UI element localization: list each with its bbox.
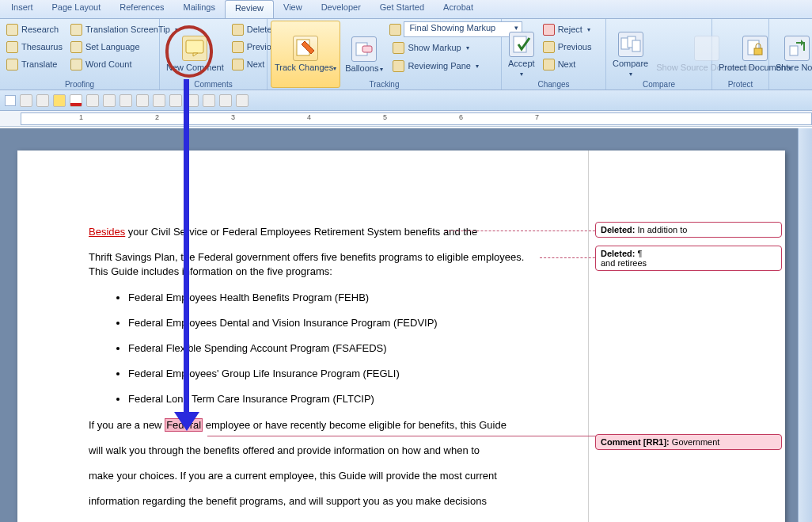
- qat-icon[interactable]: [153, 94, 165, 107]
- track-changes-icon: [293, 36, 318, 61]
- tab-mailings[interactable]: Mailings: [174, 0, 225, 18]
- svg-rect-9: [754, 48, 762, 55]
- tab-insert[interactable]: Insert: [2, 0, 43, 18]
- next-change-icon: [543, 59, 555, 70]
- balloon-comment[interactable]: Comment [RR1]: Government: [595, 434, 782, 450]
- tab-references[interactable]: References: [110, 0, 173, 18]
- group-compare: Compare▾ Show Source Documents▾ Compare: [606, 19, 712, 90]
- reviewing-pane-icon: [393, 60, 404, 72]
- next-change-button[interactable]: Next: [540, 55, 595, 73]
- word-count-icon: [70, 59, 82, 70]
- tab-developer[interactable]: Developer: [312, 0, 370, 18]
- research-icon: [6, 24, 18, 36]
- tab-page-layout[interactable]: Page Layout: [43, 0, 111, 18]
- thesaurus-icon: [6, 41, 18, 53]
- list-item: Federal Flexible Spending Account Progra…: [128, 341, 532, 356]
- group-changes: Accept▾ Reject▾ Previous Next Changes: [502, 19, 606, 90]
- accept-icon: [509, 32, 534, 57]
- undo-icon[interactable]: [20, 94, 32, 107]
- thesaurus-button[interactable]: Thesaurus: [3, 38, 66, 55]
- qat-icon[interactable]: [120, 94, 132, 107]
- list-item: Federal Employees Health Benefits Progra…: [128, 291, 532, 305]
- tab-get-started[interactable]: Get Started: [370, 0, 434, 18]
- translate-icon: [6, 59, 18, 70]
- commented-range[interactable]: Federal: [165, 418, 203, 432]
- svg-rect-7: [632, 40, 640, 51]
- delete-icon: [232, 24, 244, 36]
- inserted-text: Besides: [89, 226, 125, 238]
- show-markup-icon: [393, 42, 404, 54]
- share-now-button[interactable]: Share Now: [772, 21, 812, 88]
- group-label: Changes: [502, 80, 605, 89]
- qat-handle[interactable]: [5, 95, 16, 106]
- tab-acrobat[interactable]: Acrobat: [434, 0, 483, 18]
- list-item: Federal Employees' Group Life Insurance …: [128, 367, 532, 381]
- compare-button[interactable]: Compare▾: [609, 21, 651, 88]
- tab-review[interactable]: Review: [225, 0, 274, 18]
- spellcheck-icon[interactable]: [236, 94, 249, 107]
- research-button[interactable]: Research: [3, 21, 66, 38]
- vertical-scrollbar[interactable]: [798, 128, 812, 522]
- ribbon-tabs: Insert Page Layout References Mailings R…: [0, 0, 812, 19]
- group-label: Compare: [606, 80, 711, 89]
- screentip-icon: [70, 24, 82, 36]
- redo-icon[interactable]: [36, 94, 49, 107]
- new-comment-icon: [182, 36, 207, 61]
- balloons-button[interactable]: Balloons▾: [342, 21, 386, 88]
- reject-button[interactable]: Reject▾: [540, 21, 595, 38]
- group-protect: Protect Document▾ Protect: [712, 19, 769, 90]
- previous-change-icon: [543, 41, 555, 53]
- group-comments: New Comment Delete▾ Previous Next Commen…: [160, 19, 268, 90]
- horizontal-ruler[interactable]: 1234567: [0, 111, 812, 127]
- group-label: Protect: [712, 80, 768, 89]
- balloons-icon: [351, 36, 377, 62]
- qat-icon[interactable]: [169, 94, 182, 107]
- font-color-icon[interactable]: [70, 94, 82, 107]
- group-label: Tracking: [268, 80, 501, 89]
- qat-icon[interactable]: [86, 94, 99, 107]
- share-icon: [784, 36, 810, 61]
- group-label: Comments: [160, 80, 267, 89]
- document-area: Besides your Civil Service or Federal Em…: [0, 128, 812, 522]
- language-icon: [70, 41, 82, 53]
- group-proofing: Research Thesaurus Translate Translation…: [0, 19, 160, 90]
- print-icon[interactable]: [203, 94, 215, 107]
- ribbon: Research Thesaurus Translate Translation…: [0, 19, 812, 90]
- group-tracking: Track Changes▾ Balloons▾ Final Showing M…: [268, 19, 502, 90]
- borders-icon[interactable]: [103, 94, 116, 107]
- tab-view[interactable]: View: [274, 0, 312, 18]
- svg-rect-0: [186, 40, 203, 53]
- previous-icon: [232, 41, 244, 53]
- list-item: Federal Employees Dental and Vision Insu…: [128, 316, 532, 330]
- balloon-deleted[interactable]: Deleted: ¶ and retirees: [595, 246, 782, 271]
- previous-change-button[interactable]: Previous: [540, 38, 595, 55]
- quick-access-toolbar: [0, 90, 812, 111]
- compare-icon: [618, 32, 643, 57]
- svg-rect-3: [362, 46, 372, 52]
- group-label: Proofing: [0, 80, 159, 89]
- list-item: Federal Long Term Care Insurance Program…: [128, 392, 532, 406]
- reject-icon: [543, 24, 555, 36]
- translate-button[interactable]: Translate: [3, 55, 66, 73]
- qat-icon[interactable]: [219, 94, 232, 107]
- highlight-icon[interactable]: [53, 94, 66, 107]
- protect-icon: [742, 36, 768, 61]
- next-icon: [232, 59, 244, 70]
- document-page[interactable]: Besides your Civil Service or Federal Em…: [17, 151, 785, 522]
- markup-pane: Deleted: In addition to Deleted: ¶ and r…: [595, 222, 782, 458]
- track-changes-button[interactable]: Track Changes▾: [271, 21, 340, 88]
- balloon-deleted[interactable]: Deleted: In addition to: [595, 222, 782, 238]
- accept-button[interactable]: Accept▾: [505, 21, 538, 88]
- new-comment-button[interactable]: New Comment: [163, 21, 227, 88]
- svg-rect-10: [790, 46, 798, 55]
- qat-icon[interactable]: [186, 94, 199, 107]
- group-share: Share Now: [769, 19, 809, 90]
- document-body[interactable]: Besides your Civil Service or Federal Em…: [89, 225, 532, 520]
- display-for-review-icon: [389, 24, 401, 36]
- paragraph-mark-icon[interactable]: [136, 94, 149, 107]
